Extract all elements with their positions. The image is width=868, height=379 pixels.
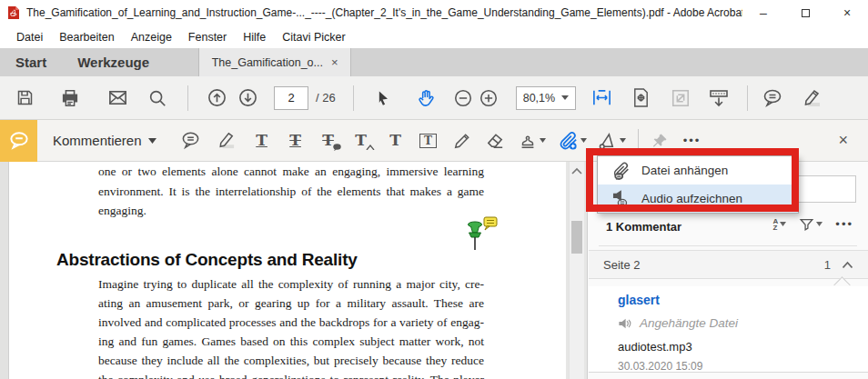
- email-button[interactable]: [106, 86, 129, 110]
- comment-card[interactable]: glasert Angehängte Datei audiotest.mp3 3…: [589, 286, 868, 373]
- replace-text-button[interactable]: T: [318, 130, 339, 152]
- document-scrollbar[interactable]: [569, 162, 584, 379]
- print-icon: [60, 88, 80, 108]
- menu-item-label: Datei anhängen: [641, 164, 728, 177]
- text-box-button[interactable]: T: [418, 130, 439, 152]
- zoom-level-dropdown[interactable]: 80,1%: [516, 86, 576, 110]
- comment-bubble-white-icon: [7, 129, 31, 153]
- highlight-tool-button[interactable]: [800, 86, 823, 110]
- save-button[interactable]: [13, 86, 36, 110]
- arrow-up-circle-icon: [207, 87, 227, 108]
- print-button[interactable]: [58, 86, 82, 110]
- menu-citavi-picker[interactable]: Citavi Picker: [274, 25, 353, 48]
- close-comment-toolbar-button[interactable]: ×: [838, 131, 848, 150]
- zoom-in-button[interactable]: [477, 86, 500, 110]
- strikethrough-text-button[interactable]: T: [285, 130, 307, 152]
- page-group-count: 1: [824, 258, 831, 272]
- eraser-icon: [485, 130, 506, 151]
- draw-tool-button[interactable]: [451, 130, 473, 152]
- tab-close-icon[interactable]: ×: [331, 55, 338, 69]
- highlight-text-button[interactable]: [216, 130, 237, 152]
- menu-item-attach-file[interactable]: Datei anhängen: [598, 156, 798, 185]
- note-bubble-icon: [484, 217, 497, 230]
- shapes-tool-button[interactable]: [597, 130, 626, 151]
- comment-timestamp: 30.03.2020 15:09: [618, 360, 702, 373]
- minimize-button[interactable]: –: [742, 0, 784, 25]
- text-line: ating an amusement park, or gearing up f…: [98, 294, 484, 313]
- fit-page-button[interactable]: [630, 86, 653, 110]
- scroll-mode-button[interactable]: [707, 86, 731, 110]
- scrollbar-thumb[interactable]: [571, 221, 582, 254]
- shapes-icon: [597, 130, 618, 151]
- funnel-icon: [799, 216, 814, 232]
- menu-fenster[interactable]: Fenster: [180, 25, 235, 48]
- menu-item-record-audio[interactable]: Audio aufzeichnen: [598, 185, 798, 213]
- page-number-input[interactable]: [274, 86, 308, 110]
- menu-item-label: Audio aufzeichnen: [641, 192, 742, 205]
- text-line: Imagine trying to duplicate all the comp…: [98, 274, 484, 294]
- previous-page-button[interactable]: [205, 86, 228, 110]
- text-line: engaging.: [98, 204, 484, 224]
- more-tools-button[interactable]: •••: [681, 130, 703, 152]
- kommentieren-label: Kommentieren: [53, 133, 142, 148]
- menu-anzeige[interactable]: Anzeige: [123, 25, 180, 48]
- kommentieren-dropdown[interactable]: Kommentieren: [53, 133, 156, 148]
- comment-tool-button[interactable]: [761, 86, 784, 110]
- text-line: ing and fun games. Games based on this c…: [98, 332, 484, 351]
- scroll-up-icon[interactable]: [571, 167, 582, 175]
- fullscreen-button[interactable]: [669, 86, 692, 110]
- hand-tool-button[interactable]: [415, 86, 439, 110]
- tab-document[interactable]: The_Gamification_o... ×: [198, 48, 351, 76]
- filter-comments-button[interactable]: [799, 216, 823, 232]
- search-button[interactable]: [146, 86, 169, 110]
- menu-bar: Datei Bearbeiten Anzeige Fenster Hilfe C…: [0, 25, 868, 48]
- select-tool-button[interactable]: [371, 86, 395, 110]
- attach-dropdown-menu: Datei anhängen Audio aufzeichnen: [597, 155, 799, 214]
- zoom-out-button[interactable]: [451, 86, 475, 110]
- divider: [599, 245, 857, 246]
- arrow-down-circle-icon: [237, 87, 258, 108]
- insert-text-button[interactable]: T: [350, 130, 372, 152]
- attachment-annotation[interactable]: [465, 216, 498, 256]
- menu-bearbeiten[interactable]: Bearbeiten: [51, 25, 122, 48]
- small-bubble-icon: [333, 144, 341, 151]
- attach-file-button[interactable]: [558, 130, 587, 151]
- chevron-down-icon: [580, 138, 587, 143]
- text-line: the complexity and use broad generalizat…: [98, 370, 484, 379]
- menu-hilfe[interactable]: Hilfe: [235, 25, 274, 48]
- tab-start[interactable]: Start: [0, 48, 62, 76]
- underline-text-icon: T: [256, 133, 267, 148]
- paragraph-2: Imagine trying to duplicate all the comp…: [98, 274, 484, 379]
- eraser-tool-button[interactable]: [485, 130, 507, 152]
- highlighter-icon: [801, 87, 823, 109]
- chevron-down-icon: [780, 222, 786, 226]
- pin-toolbar-button[interactable]: [649, 130, 671, 152]
- document-viewer: one or two elements alone cannot make an…: [0, 162, 587, 379]
- small-caret-icon: [366, 145, 375, 150]
- minus-circle-icon: [453, 88, 473, 108]
- tab-werkzeuge[interactable]: Werkzeuge: [62, 48, 165, 76]
- speaker-note-icon: [611, 189, 631, 209]
- page-group-row[interactable]: Seite 2 1: [589, 250, 868, 279]
- close-button[interactable]: ×: [826, 0, 868, 25]
- zoom-level-value: 80,1%: [523, 92, 555, 105]
- text-line: because they include all the complexitie…: [98, 351, 484, 370]
- panel-options-button[interactable]: •••: [835, 217, 853, 231]
- underline-text-button[interactable]: T: [251, 130, 273, 152]
- stamp-icon: [518, 131, 538, 151]
- comment-author[interactable]: glasert: [618, 293, 660, 307]
- maximize-button[interactable]: [784, 0, 826, 25]
- highlighter-icon: [216, 130, 237, 151]
- next-page-button[interactable]: [236, 86, 259, 110]
- hand-icon: [416, 87, 437, 108]
- add-text-button[interactable]: T: [385, 130, 407, 152]
- save-icon: [15, 88, 35, 107]
- stamp-tool-button[interactable]: [518, 131, 546, 151]
- paperclip-note-icon: [611, 161, 631, 181]
- fit-width-button[interactable]: [590, 86, 614, 110]
- collapse-chevron-icon[interactable]: [842, 261, 853, 269]
- attachment-file-name[interactable]: audiotest.mp3: [618, 340, 692, 354]
- sticky-note-button[interactable]: [180, 130, 202, 152]
- menu-datei[interactable]: Datei: [8, 25, 51, 48]
- sort-comments-button[interactable]: AZ: [773, 218, 787, 231]
